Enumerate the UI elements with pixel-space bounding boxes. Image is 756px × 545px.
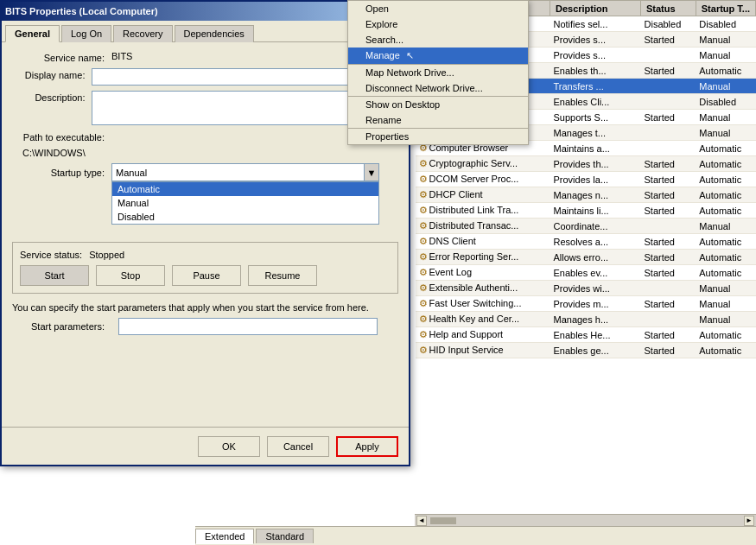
bottom-tabs: Extended Standard <box>195 526 756 545</box>
resume-button[interactable]: Resume <box>248 265 317 286</box>
service-startup-cell: Automatic <box>696 141 755 156</box>
stop-button[interactable]: Stop <box>96 265 165 286</box>
dropdown-display[interactable]: Manual <box>111 163 379 181</box>
tab-general[interactable]: General <box>5 25 60 42</box>
ok-button[interactable]: OK <box>198 436 260 457</box>
service-name-cell: ⚙Error Reporting Ser... <box>416 250 550 265</box>
service-icon: ⚙ <box>419 329 428 339</box>
tab-extended[interactable]: Extended <box>195 529 254 544</box>
service-desc-cell: Transfers ... <box>550 79 640 94</box>
service-startup-cell: Automatic <box>696 156 755 172</box>
table-row[interactable]: ⚙Fast User Switching...Provides m...Star… <box>416 296 756 312</box>
table-row[interactable]: ⚙Extensible Authenti...Provides wi...Man… <box>416 281 756 296</box>
horizontal-scrollbar[interactable]: ◄ ► <box>415 514 756 526</box>
start-params-section: You can specify the start parameters tha… <box>12 302 398 335</box>
path-value: C:\WINDOWS\ <box>22 148 86 158</box>
service-desc-cell: Provides th... <box>550 156 640 172</box>
service-desc-cell: Provides m... <box>550 296 640 312</box>
service-startup-cell: Automatic <box>696 172 755 187</box>
table-row[interactable]: ⚙Error Reporting Ser...Allows erro...Sta… <box>416 250 756 265</box>
service-startup-cell: Manual <box>696 281 755 296</box>
table-row[interactable]: ⚙Help and SupportEnables He...StartedAut… <box>416 327 756 343</box>
context-map-drive[interactable]: Map Network Drive... <box>348 64 528 80</box>
service-name-cell: ⚙Extensible Authenti... <box>416 281 550 296</box>
cancel-button[interactable]: Cancel <box>267 436 329 457</box>
table-row[interactable]: ⚙DNS ClientResolves a...StartedAutomatic <box>416 234 756 250</box>
col-description[interactable]: Description <box>550 1 640 16</box>
service-name-cell: ⚙DNS Client <box>416 234 550 250</box>
context-rename[interactable]: Rename <box>348 112 528 128</box>
service-icon: ⚙ <box>419 189 428 200</box>
scroll-right-btn[interactable]: ► <box>744 516 754 526</box>
table-row[interactable]: ⚙HID Input ServiceEnables ge...StartedAu… <box>416 343 756 358</box>
scroll-left-btn[interactable]: ◄ <box>416 516 427 526</box>
service-startup-cell: Automatic <box>696 250 755 265</box>
tab-standard[interactable]: Standard <box>256 529 314 543</box>
table-row[interactable]: ⚙Cryptographic Serv...Provides th...Star… <box>416 156 756 172</box>
service-startup-cell: Automatic <box>696 63 755 79</box>
display-name-label: Display name: <box>12 68 92 80</box>
service-status-cell <box>641 94 696 110</box>
dropdown-option-automatic[interactable]: Automatic <box>112 182 378 196</box>
service-status-cell: Started <box>641 110 696 125</box>
service-desc-cell: Manages h... <box>550 312 640 327</box>
context-open[interactable]: Open <box>348 1 528 16</box>
path-label: Path to executable: <box>12 130 111 143</box>
service-status-cell: Started <box>641 327 696 343</box>
service-status-cell <box>641 281 696 296</box>
service-status-row: Service status: Stopped <box>20 250 391 260</box>
service-status-value: Stopped <box>89 250 124 260</box>
service-startup-cell: Disabled <box>696 16 755 32</box>
service-status-cell: Started <box>641 265 696 281</box>
table-row[interactable]: ⚙Event LogEnables ev...StartedAutomatic <box>416 265 756 281</box>
context-properties[interactable]: Properties <box>348 128 528 144</box>
table-row[interactable]: ⚙DHCP ClientManages n...StartedAutomatic <box>416 187 756 203</box>
service-icon: ⚙ <box>419 236 428 246</box>
start-button[interactable]: Start <box>20 265 89 286</box>
tab-recovery[interactable]: Recovery <box>113 25 172 42</box>
table-row[interactable]: ⚙Distributed Transac...Coordinate...Manu… <box>416 219 756 234</box>
dialog-footer: OK Cancel Apply <box>2 427 409 465</box>
service-status-cell: Started <box>641 250 696 265</box>
service-icon: ⚙ <box>419 205 428 215</box>
service-desc-cell: Supports S... <box>550 110 640 125</box>
context-search[interactable]: Search... <box>348 32 528 48</box>
service-status-cell <box>641 312 696 327</box>
service-name-cell: ⚙DHCP Client <box>416 187 550 203</box>
context-show-desktop[interactable]: Show on Desktop <box>348 96 528 112</box>
startup-type-dropdown[interactable]: Manual ▼ Automatic Manual Disabled <box>111 163 379 181</box>
pause-button[interactable]: Pause <box>172 265 241 286</box>
table-row[interactable]: ⚙DCOM Server Proc...Provides la...Starte… <box>416 172 756 187</box>
service-name-row: Service name: BITS <box>12 51 398 63</box>
table-row[interactable]: ⚙Health Key and Cer...Manages h...Manual <box>416 312 756 327</box>
service-startup-cell: Automatic <box>696 203 755 219</box>
tab-logon[interactable]: Log On <box>61 25 111 42</box>
dropdown-option-disabled[interactable]: Disabled <box>112 210 378 224</box>
service-startup-cell: Automatic <box>696 265 755 281</box>
context-explore[interactable]: Explore <box>348 16 528 32</box>
service-desc-cell: Provides s... <box>550 48 640 63</box>
service-startup-cell: Manual <box>696 296 755 312</box>
description-row: Description: <box>12 91 398 125</box>
service-status-cell <box>641 141 696 156</box>
service-startup-cell: Manual <box>696 79 755 94</box>
apply-button[interactable]: Apply <box>336 436 398 457</box>
start-params-input[interactable] <box>118 318 378 335</box>
service-name-cell: ⚙Distributed Transac... <box>416 219 550 234</box>
table-row[interactable]: ⚙Distributed Link Tra...Maintains li...S… <box>416 203 756 219</box>
start-params-label: Start parameters: <box>12 321 111 332</box>
service-desc-cell: Enables He... <box>550 327 640 343</box>
tab-dependencies[interactable]: Dependencies <box>175 25 254 42</box>
service-name-cell: ⚙Cryptographic Serv... <box>416 156 550 172</box>
col-status[interactable]: Status <box>641 1 696 16</box>
service-status-cell: Started <box>641 296 696 312</box>
service-status-cell: Started <box>641 156 696 172</box>
context-manage[interactable]: Manage ↖ <box>348 48 528 64</box>
service-name-cell: ⚙Health Key and Cer... <box>416 312 550 327</box>
service-startup-cell: Automatic <box>696 187 755 203</box>
context-disconnect-drive[interactable]: Disconnect Network Drive... <box>348 80 528 96</box>
col-startup[interactable]: Startup T... <box>696 1 755 16</box>
dropdown-option-manual[interactable]: Manual <box>112 196 378 210</box>
start-params-row: Start parameters: <box>12 318 398 335</box>
startup-dropdown-popup[interactable]: Automatic Manual Disabled <box>111 181 379 225</box>
